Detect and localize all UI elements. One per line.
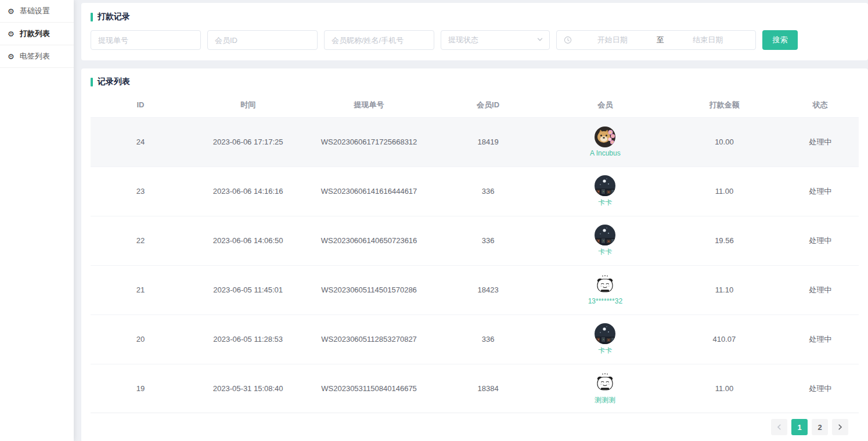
main-content: 打款记录 提现状态 开始日期 至 结束日期 (74, 0, 868, 441)
chevron-right-icon (837, 424, 843, 430)
records-table: ID时间提现单号会员ID会员打款金额状态 242023-06-06 17:17:… (91, 93, 859, 413)
row-time: 2023-06-06 14:06:50 (190, 216, 305, 265)
row-member-id: 18423 (433, 265, 544, 315)
panda-avatar (595, 373, 615, 393)
gear-icon: ⚙ (8, 8, 15, 15)
search-button[interactable]: 搜索 (762, 30, 798, 50)
row-status: 处理中 (782, 265, 859, 315)
table-row: 212023-06-05 11:45:01WS20230605114501570… (91, 265, 859, 315)
row-amount: 11.00 (667, 167, 781, 216)
sidebar-item-label: 电签列表 (20, 51, 50, 62)
sidebar-item-label: 基础设置 (20, 6, 50, 16)
row-id: 22 (91, 216, 190, 265)
row-member-id: 18419 (433, 117, 544, 167)
row-status: 处理中 (782, 117, 859, 167)
member-name-link[interactable]: 卡卡 (598, 247, 612, 257)
row-time: 2023-06-06 17:17:25 (190, 117, 305, 167)
withdraw-status-select[interactable]: 提现状态 (441, 30, 550, 50)
row-time: 2023-06-05 11:45:01 (190, 265, 305, 315)
row-id: 20 (91, 315, 190, 364)
filter-section-title-text: 打款记录 (98, 12, 130, 22)
row-status: 处理中 (782, 167, 859, 216)
row-member: A Incubus (544, 117, 667, 167)
row-amount: 10.00 (667, 117, 781, 167)
column-header: ID (91, 93, 190, 117)
row-amount: 19.56 (667, 216, 781, 265)
chevron-down-icon (536, 35, 543, 45)
night-avatar (595, 225, 615, 245)
pagination-prev-button[interactable] (771, 419, 787, 435)
row-member: 卡卡 (544, 315, 667, 364)
panda-avatar (595, 274, 615, 295)
row-member-id: 336 (433, 315, 544, 364)
app-window: ⚙基础设置⚙打款列表⚙电签列表 打款记录 提现状态 (0, 0, 868, 441)
member-info-input[interactable] (324, 30, 434, 50)
night-avatar (595, 323, 615, 344)
member-name-link[interactable]: A Incubus (590, 149, 621, 157)
date-range-picker[interactable]: 开始日期 至 结束日期 (556, 30, 756, 50)
column-header: 会员ID (433, 93, 544, 117)
sidebar-item-1[interactable]: ⚙打款列表 (0, 23, 74, 45)
row-time: 2023-06-06 14:16:16 (190, 167, 305, 216)
row-order-no: WS20230531150840146675 (305, 364, 432, 413)
row-amount: 11.10 (667, 265, 781, 315)
sidebar-item-2[interactable]: ⚙电签列表 (0, 45, 74, 68)
row-status: 处理中 (782, 216, 859, 265)
member-name-link[interactable]: 测测测 (595, 395, 615, 405)
records-section-title: 记录列表 (91, 77, 859, 87)
table-row: 192023-05-31 15:08:40WS20230531150840146… (91, 364, 859, 413)
order-no-input[interactable] (91, 30, 201, 50)
gear-icon: ⚙ (8, 53, 15, 60)
row-member: 卡卡 (544, 216, 667, 265)
row-order-no: WS20230606141616444617 (305, 167, 432, 216)
row-member: 卡卡 (544, 167, 667, 216)
member-name-link[interactable]: 13*******32 (588, 297, 622, 305)
column-header: 状态 (782, 93, 859, 117)
filter-section-title: 打款记录 (91, 12, 859, 22)
row-time: 2023-06-05 11:28:53 (190, 315, 305, 364)
row-member: 测测测 (544, 364, 667, 413)
member-name-link[interactable]: 卡卡 (598, 346, 612, 356)
section-title-bar (91, 78, 93, 86)
row-amount: 410.07 (667, 315, 781, 364)
pagination-next-button[interactable] (832, 419, 848, 435)
sidebar: ⚙基础设置⚙打款列表⚙电签列表 (0, 0, 74, 441)
row-id: 24 (91, 117, 190, 167)
table-row: 202023-06-05 11:28:53WS20230605112853270… (91, 315, 859, 364)
row-id: 19 (91, 364, 190, 413)
pagination-page-2[interactable]: 2 (812, 419, 828, 435)
column-header: 打款金额 (667, 93, 781, 117)
row-status: 处理中 (782, 315, 859, 364)
sidebar-item-label: 打款列表 (20, 28, 50, 39)
gear-icon: ⚙ (8, 30, 15, 38)
member-name-link[interactable]: 卡卡 (598, 198, 612, 208)
section-title-bar (91, 13, 93, 21)
row-member-id: 18384 (433, 364, 544, 413)
records-section-title-text: 记录列表 (98, 77, 130, 87)
row-status: 处理中 (782, 364, 859, 413)
row-order-no: WS20230606140650723616 (305, 216, 432, 265)
table-header-row: ID时间提现单号会员ID会员打款金额状态 (91, 93, 859, 117)
table-row: 232023-06-06 14:16:16WS20230606141616444… (91, 167, 859, 216)
dog-avatar (595, 126, 615, 147)
page-number: 1 (797, 423, 801, 432)
pagination-page-1[interactable]: 1 (791, 419, 808, 435)
clock-icon (564, 36, 572, 44)
row-order-no: WS20230606171725668312 (305, 117, 432, 167)
pagination: 12 (91, 413, 859, 441)
date-range-separator: 至 (653, 35, 668, 45)
row-order-no: WS20230605112853270827 (305, 315, 432, 364)
night-avatar (595, 175, 615, 196)
withdraw-status-placeholder: 提现状态 (448, 35, 536, 45)
member-id-input[interactable] (207, 30, 318, 50)
row-amount: 11.00 (667, 364, 781, 413)
row-order-no: WS20230605114501570286 (305, 265, 432, 315)
row-id: 23 (91, 167, 190, 216)
sidebar-item-0[interactable]: ⚙基础设置 (0, 0, 74, 23)
chevron-left-icon (776, 424, 782, 430)
column-header: 时间 (190, 93, 305, 117)
column-header: 会员 (544, 93, 667, 117)
row-member: 13*******32 (544, 265, 667, 315)
table-row: 242023-06-06 17:17:25WS20230606171725668… (91, 117, 859, 167)
start-date-placeholder: 开始日期 (572, 35, 653, 45)
